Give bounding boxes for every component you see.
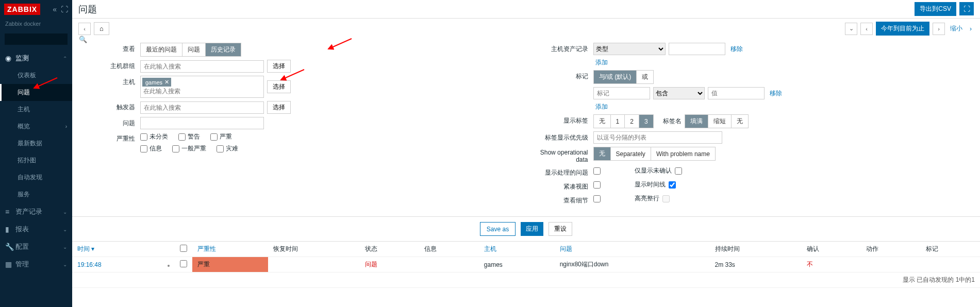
tag-add-link[interactable]: 添加 xyxy=(593,103,610,111)
sev-high[interactable]: 严重 xyxy=(210,132,232,141)
tag-value-input[interactable] xyxy=(708,87,765,99)
search-icon[interactable]: 🔍 xyxy=(79,36,87,43)
hostgroup-label: 主机群组 xyxy=(78,60,140,71)
export-csv-button[interactable]: 导出到CSV xyxy=(915,2,956,16)
host-input[interactable] xyxy=(142,87,262,96)
compact-label: 紧凑视图 xyxy=(531,180,593,191)
nav-item-discovery[interactable]: 自动发现 xyxy=(0,169,72,186)
row-checkbox[interactable] xyxy=(180,260,187,267)
remove-tag-icon[interactable]: ✕ xyxy=(164,79,169,86)
unack-checkbox[interactable] xyxy=(675,167,682,175)
sidebar-search[interactable]: 🔍 xyxy=(4,33,68,45)
fullscreen-button[interactable]: ⛶ xyxy=(959,2,974,15)
host-tagbox[interactable]: games✕ xyxy=(140,76,264,98)
back-button[interactable]: ‹ xyxy=(78,23,91,35)
show-tags-2[interactable]: 2 xyxy=(624,115,639,128)
view-recent[interactable]: 最近的问题 xyxy=(141,43,182,56)
home-button[interactable]: ⌂ xyxy=(94,22,109,35)
inventory-value-input[interactable] xyxy=(669,43,725,55)
tag-name-none[interactable]: 无 xyxy=(731,115,748,128)
col-host[interactable]: 主机 xyxy=(479,242,555,257)
nav-item-hosts[interactable]: 主机 xyxy=(0,101,72,118)
sev-unclassified[interactable]: 未分类 xyxy=(140,132,168,141)
nav-item-maps[interactable]: 拓扑图 xyxy=(0,152,72,169)
details-checkbox[interactable] xyxy=(593,195,601,202)
sev-disaster[interactable]: 灾难 xyxy=(217,144,238,153)
chevron-down-icon: ⌄ xyxy=(63,227,67,232)
nav-section-reports[interactable]: ▮ 报表 ⌄ xyxy=(0,220,72,238)
hostgroup-input[interactable] xyxy=(140,60,264,73)
details-label: 查看细节 xyxy=(531,194,593,205)
compact-checkbox[interactable] xyxy=(593,181,601,189)
row-time[interactable]: 19:16:48 xyxy=(77,261,102,268)
opdata-none[interactable]: 无 xyxy=(594,147,610,160)
show-tags-none[interactable]: 无 xyxy=(594,115,610,128)
apply-button[interactable]: 应用 xyxy=(521,222,543,236)
show-tags-1[interactable]: 1 xyxy=(610,115,625,128)
time-dropdown[interactable]: ⌄ xyxy=(845,23,857,35)
zoom-out-icon[interactable]: › xyxy=(968,25,974,32)
collapse-icon[interactable]: « xyxy=(53,5,57,13)
show-tags-segment: 无 1 2 3 xyxy=(593,114,654,128)
show-tags-3[interactable]: 3 xyxy=(639,115,653,128)
col-time[interactable]: 时间 ▾ xyxy=(72,242,162,257)
tag-name-input[interactable] xyxy=(593,87,650,99)
host-select-button[interactable]: 选择 xyxy=(267,80,291,93)
nav-section-monitoring[interactable]: ◉ 监测 ⌃ xyxy=(0,49,72,67)
inventory-type-select[interactable]: 类型 xyxy=(593,43,666,55)
trigger-input[interactable] xyxy=(140,101,264,114)
nav-section-config[interactable]: 🔧 配置 ⌄ xyxy=(0,238,72,255)
footer-text: 显示 已自动发现的 1中的1 xyxy=(72,272,980,288)
zoom-out-link[interactable]: 缩小 xyxy=(948,24,965,33)
view-problems[interactable]: 问题 xyxy=(182,43,205,56)
edit-icon[interactable]: ⛶ xyxy=(61,5,68,13)
logo: ZABBIX xyxy=(4,4,40,15)
nav-section-inventory[interactable]: ≡ 资产记录 ⌄ xyxy=(0,203,72,220)
trigger-select-button[interactable]: 选择 xyxy=(267,101,291,114)
time-range-button[interactable]: 今年到目前为止 xyxy=(876,22,929,36)
tag-name-full[interactable]: 填满 xyxy=(685,115,708,128)
opdata-sep[interactable]: Separately xyxy=(610,147,651,160)
nav-section-admin[interactable]: ▦ 管理 ⌄ xyxy=(0,255,72,273)
tag-name-short[interactable]: 缩短 xyxy=(708,115,731,128)
highlight-checkbox[interactable] xyxy=(662,195,670,202)
suppressed-checkbox[interactable] xyxy=(593,167,601,175)
inventory-add-link[interactable]: 添加 xyxy=(593,58,610,67)
chevron-down-icon: ⌄ xyxy=(63,244,67,250)
col-severity[interactable]: 严重性 xyxy=(192,242,268,257)
time-next-button[interactable]: › xyxy=(933,23,945,35)
hostgroup-select-button[interactable]: 选择 xyxy=(267,60,291,73)
col-problem[interactable]: 问题 xyxy=(555,242,710,257)
save-as-button[interactable]: Save as xyxy=(480,222,516,236)
sev-average[interactable]: 一般严重 xyxy=(172,144,206,153)
tag-mode-or[interactable]: 或 xyxy=(636,71,653,83)
col-recovery: 恢复时间 xyxy=(268,242,360,257)
tag-op-select[interactable]: 包含 xyxy=(653,87,705,99)
sidebar-search-input[interactable] xyxy=(8,36,79,42)
nav-item-dashboard[interactable]: 仪表板 xyxy=(0,67,72,84)
time-prev-button[interactable]: ‹ xyxy=(860,23,873,35)
view-history[interactable]: 历史记录 xyxy=(205,43,241,56)
severity-label: 严重性 xyxy=(78,132,140,143)
nav-item-services[interactable]: 服务 xyxy=(0,186,72,203)
timeline-checkbox[interactable] xyxy=(669,181,676,189)
select-all-checkbox[interactable] xyxy=(180,245,187,252)
opdata-with[interactable]: With problem name xyxy=(651,147,715,160)
row-actions xyxy=(861,257,920,272)
inventory-label: 主机资产记录 xyxy=(531,43,593,54)
sev-info[interactable]: 信息 xyxy=(140,144,162,153)
reset-button[interactable]: 重设 xyxy=(549,222,572,236)
nav-item-overview[interactable]: 概览› xyxy=(0,118,72,135)
inventory-remove-link[interactable]: 移除 xyxy=(728,45,745,54)
nav-item-latest[interactable]: 最新数据 xyxy=(0,135,72,152)
row-host[interactable]: games xyxy=(479,257,555,272)
sev-warning[interactable]: 警告 xyxy=(178,132,200,141)
tag-mode-andor[interactable]: 与/或 (默认) xyxy=(594,71,637,83)
nav-item-problems[interactable]: 问题 xyxy=(0,84,72,101)
tag-prio-input[interactable] xyxy=(593,131,722,144)
logo-bar: ZABBIX « ⛶ xyxy=(0,0,72,19)
row-ack[interactable]: 不 xyxy=(807,261,813,268)
problem-input[interactable] xyxy=(140,117,264,129)
tag-remove-link[interactable]: 移除 xyxy=(768,89,784,98)
row-problem[interactable]: nginx80端口down xyxy=(555,257,710,272)
